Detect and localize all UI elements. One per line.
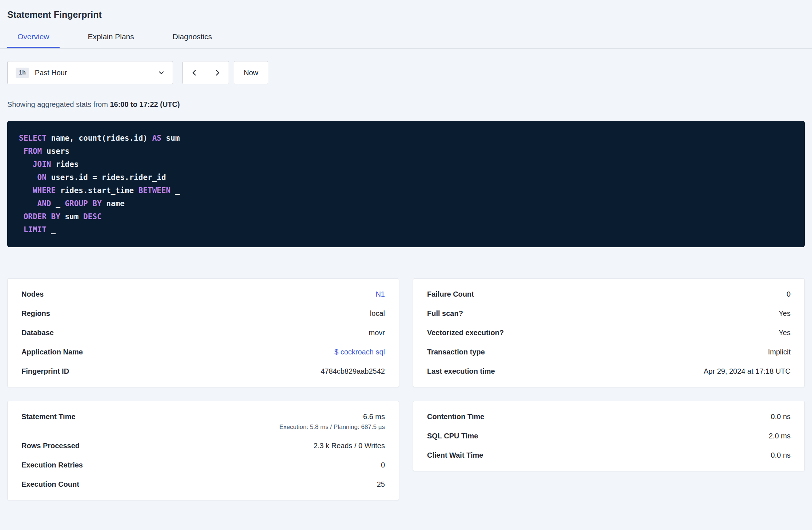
detail-label: Transaction type: [427, 348, 485, 356]
stat-label: SQL CPU Time: [427, 432, 478, 440]
chevron-left-icon: [191, 69, 198, 76]
stat-label: Client Wait Time: [427, 451, 483, 459]
detail-label: Failure Count: [427, 290, 474, 298]
detail-label: Vectorized execution?: [427, 329, 504, 337]
detail-value: Yes: [779, 329, 791, 337]
detail-label: Full scan?: [427, 309, 463, 318]
time-interval-badge: 1h: [16, 68, 29, 78]
detail-value: Apr 29, 2024 at 17:18 UTC: [704, 367, 791, 376]
detail-value: Implicit: [768, 348, 791, 356]
detail-value-link[interactable]: $ cockroach sql: [334, 348, 385, 356]
statement-stats-card: Statement Time 6.6 ms Execution: 5.8 ms …: [7, 401, 399, 500]
detail-value-link[interactable]: N1: [375, 290, 385, 298]
status-prefix: Showing aggregated stats from: [7, 100, 110, 108]
detail-value: 0: [787, 290, 791, 298]
stat-value: 25: [377, 480, 385, 489]
stat-row: Rows Processed 2.3 k Reads / 0 Writes: [21, 436, 385, 455]
stat-row: Client Wait Time 0.0 ns: [427, 446, 791, 465]
page-title: Statement Fingerprint: [7, 9, 805, 20]
stat-label: Execution Count: [21, 480, 79, 489]
stat-value: 0.0 ns: [771, 451, 791, 459]
stat-row: Contention Time 0.0 ns: [427, 407, 791, 426]
stat-label: Statement Time: [21, 413, 76, 421]
detail-value: movr: [369, 329, 385, 337]
time-stats-card: Contention Time 0.0 ns SQL CPU Time 2.0 …: [413, 401, 805, 471]
stat-row: SQL CPU Time 2.0 ms: [427, 426, 791, 446]
detail-row: Vectorized execution? Yes: [427, 323, 791, 342]
stat-row: Execution Count 25: [21, 475, 385, 494]
tab-bar: Overview Explain Plans Diagnostics: [0, 31, 812, 49]
detail-value: 4784cb829aab2542: [321, 367, 385, 376]
detail-label: Database: [21, 329, 54, 337]
tab-explain-plans[interactable]: Explain Plans: [78, 31, 144, 48]
detail-row: Transaction type Implicit: [427, 342, 791, 362]
detail-row: Last execution time Apr 29, 2024 at 17:1…: [427, 362, 791, 381]
detail-row: Application Name $ cockroach sql: [21, 342, 385, 362]
detail-row: Nodes N1: [21, 285, 385, 304]
details-card: Nodes N1 Regions local Database: [7, 278, 399, 387]
chevron-right-icon: [214, 69, 221, 76]
stat-label: Execution Retries: [21, 461, 83, 469]
status-time-range: 16:00 to 17:22 (UTC): [110, 100, 180, 108]
stat-value: 0.0 ns: [771, 413, 791, 421]
detail-value: Yes: [779, 309, 791, 318]
detail-label: Application Name: [21, 348, 83, 356]
detail-label: Last execution time: [427, 367, 495, 376]
chevron-down-icon: [158, 69, 165, 76]
now-button[interactable]: Now: [234, 61, 268, 84]
next-time-button[interactable]: [206, 61, 229, 84]
detail-row: Fingerprint ID 4784cb829aab2542: [21, 362, 385, 381]
sql-statement-box: SELECT name, count(rides.id) AS sum FROM…: [7, 121, 805, 247]
prev-time-button[interactable]: [183, 61, 206, 84]
stat-value: 6.6 ms: [363, 413, 385, 421]
tab-overview[interactable]: Overview: [7, 31, 60, 48]
summary-cards: Nodes N1 Regions local Database: [7, 278, 805, 500]
stat-subvalue: Execution: 5.8 ms / Planning: 687.5 µs: [280, 423, 385, 431]
stat-value: 2.0 ms: [769, 432, 791, 440]
detail-row: Failure Count 0: [427, 285, 791, 304]
sql-code: SELECT name, count(rides.id) AS sum FROM…: [19, 132, 793, 236]
detail-label: Fingerprint ID: [21, 367, 69, 376]
time-interval-label: Past Hour: [35, 69, 152, 77]
stat-row: Execution Retries 0: [21, 455, 385, 475]
time-controls: 1h Past Hour Now: [7, 61, 805, 84]
execution-attributes-card: Failure Count 0 Full scan? Yes Vecto: [413, 278, 805, 387]
stat-row: Statement Time 6.6 ms Execution: 5.8 ms …: [21, 407, 385, 436]
stat-label: Rows Processed: [21, 442, 80, 450]
detail-label: Nodes: [21, 290, 44, 298]
detail-label: Regions: [21, 309, 50, 318]
detail-row: Regions local: [21, 304, 385, 323]
detail-value: local: [370, 309, 385, 318]
time-interval-dropdown[interactable]: 1h Past Hour: [7, 61, 173, 84]
time-step-buttons: [182, 61, 229, 84]
tab-diagnostics[interactable]: Diagnostics: [162, 31, 222, 48]
aggregated-stats-status: Showing aggregated stats from 16:00 to 1…: [7, 100, 805, 109]
stat-label: Contention Time: [427, 413, 484, 421]
stat-value: 0: [381, 461, 385, 469]
detail-row: Full scan? Yes: [427, 304, 791, 323]
detail-row: Database movr: [21, 323, 385, 342]
stat-value: 2.3 k Reads / 0 Writes: [314, 442, 385, 450]
